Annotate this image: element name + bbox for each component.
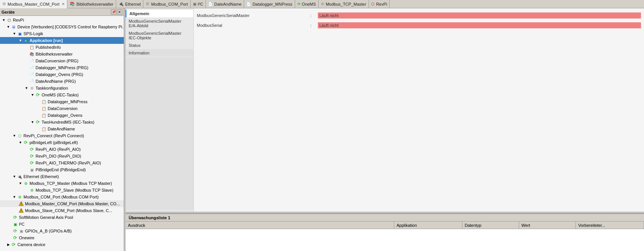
biblio-label: Bibliotheksverwalter bbox=[36, 52, 73, 56]
tab-datalogger-mnpress[interactable]: 📄 Datalogger_MNPress bbox=[244, 0, 295, 8]
menu-information-label: Information bbox=[129, 51, 149, 55]
expand-device[interactable]: ▼ bbox=[6, 25, 11, 29]
tab-dateandname[interactable]: 📄 DateAndName bbox=[206, 0, 244, 8]
tree-item-revpi[interactable]: ▼ ⬡ RevPi bbox=[0, 17, 124, 23]
modbus-slave-com-port-label: Modbus_Slave_COM_Port (Modbus Slave, C..… bbox=[25, 208, 112, 213]
uberwachungsliste-label: Überwachungsliste 1 bbox=[129, 215, 170, 220]
pin-button[interactable]: 📌 bbox=[111, 9, 116, 15]
col-datentyp-label: Datentyp bbox=[465, 223, 481, 228]
tab-gear4-icon: ⚙ bbox=[321, 2, 324, 6]
tree-item-pibridgeleft[interactable]: ▼ ⟳ piBridgeLeft (piBridgeLeft) bbox=[0, 139, 124, 146]
expand-app[interactable]: ▼ bbox=[18, 38, 23, 43]
tab-bibliotheksverwalter[interactable]: 📚 Bibliotheksverwalter bbox=[67, 0, 116, 8]
expand-revpi-connect[interactable]: ▼ bbox=[12, 133, 17, 138]
tree-item-onewire[interactable]: ⟳ Onewire bbox=[0, 234, 124, 241]
tree-item-modbus-tcp-slave[interactable]: ⚙ Modbus_TCP_Slave (Modbus TCP Slave) bbox=[0, 187, 124, 194]
modbus-master-com-port-label: Modbus_Master_COM_Port (Modbus Master, C… bbox=[25, 201, 120, 206]
tree-item-softmotion[interactable]: ⟳ SoftMotion General Axis Pool bbox=[0, 214, 124, 221]
expand-sps[interactable]: ▼ bbox=[12, 31, 17, 36]
col-vorbereiter-label: Vorbereiteter... bbox=[578, 223, 605, 228]
left-menu-empty bbox=[126, 57, 193, 210]
device-icon: 🖥 bbox=[11, 24, 17, 30]
tree-item-modbus-tcp-master[interactable]: ▼ ⚙ Modbus_TCP_Master (Modbus TCP Master… bbox=[0, 180, 124, 187]
tab-onems-label: OneMS bbox=[302, 2, 316, 6]
tree-item-ethernet[interactable]: ▼ 🔌 Ethernet (Ethernet) bbox=[0, 173, 124, 180]
tree-item-device[interactable]: ▼ 🖥 Device [Verbunden] [CODESYS Control … bbox=[0, 23, 124, 30]
tree-item-dateandname-task[interactable]: 📋 DateAndName bbox=[0, 126, 124, 132]
tree-item-pibridgeend[interactable]: ▣ PiBridgeEnd (PiBridgeEnd) bbox=[0, 166, 124, 173]
expand-taskkonfig[interactable]: ▼ bbox=[24, 86, 29, 90]
tab-revpi-label: RevPi bbox=[376, 2, 387, 6]
tab-ethernet[interactable]: 🔌 Ethernet bbox=[116, 0, 144, 8]
tab-modbus-com-port[interactable]: ⚙ Modbus_COM_Port bbox=[143, 0, 190, 8]
close-panel-button[interactable]: ✕ bbox=[117, 9, 122, 15]
expand-onems[interactable]: ▼ bbox=[30, 93, 35, 97]
tree-item-datalogger-mnpress-prg[interactable]: 📄 Datalogger_MNPress (PRG) bbox=[0, 64, 124, 71]
tree-item-revpi-dio[interactable]: ⟳ RevPi_DIO (RevPi_DIO) bbox=[0, 153, 124, 160]
publishedinfo-icon: 📋 bbox=[29, 44, 35, 50]
tree-item-revpi-connect[interactable]: ▼ ⬡ RevPi_Connect (RevPi Connect) bbox=[0, 132, 124, 139]
tree-item-dataconversion-task[interactable]: 📋 DataConversion bbox=[0, 105, 124, 112]
tree-item-sps-logik[interactable]: ▼ ▣ SPS-Logik bbox=[0, 30, 124, 37]
tree-item-taskkonfig[interactable]: ▼ ⚙ Taskkonfiguration bbox=[0, 85, 124, 91]
bottom-panel: Überwachungsliste 1 Ausdruck Applikation… bbox=[126, 213, 644, 251]
tree-item-onems-iec[interactable]: ▼ ⟳ OneMS (IEC-Tasks) bbox=[0, 91, 124, 98]
tree-item-camera[interactable]: ▶ ⟳ Camera device bbox=[0, 241, 124, 248]
menu-information[interactable]: Information bbox=[126, 49, 193, 57]
datalogger-mnpress-prg-label: Datalogger_MNPress (PRG) bbox=[36, 65, 88, 70]
tree-item-publishedinfo[interactable]: 📋 PublishedInfo bbox=[0, 44, 124, 51]
content-main: ModbusGenericSerialMaster : Läuft nicht … bbox=[194, 8, 644, 212]
expand-modbus-tcp-master[interactable]: ▼ bbox=[18, 181, 23, 186]
tab-close-button[interactable]: ✕ bbox=[62, 2, 65, 6]
modbus-tcp-master-label: Modbus_TCP_Master (Modbus TCP Master) bbox=[30, 181, 112, 186]
expand-pibridgeleft[interactable]: ▼ bbox=[18, 140, 23, 145]
tree-item-datalogger-ovens-task[interactable]: 📋 Datalogger_Ovens bbox=[0, 112, 124, 119]
tab-onems[interactable]: ⟳ OneMS bbox=[295, 0, 319, 8]
tree-item-modbus-slave-com-port[interactable]: ! Modbus_Slave_COM_Port (Modbus Slave, C… bbox=[0, 207, 124, 214]
datalogger-ovens-task-label: Datalogger_Ovens bbox=[48, 113, 82, 118]
dateandname-prg-label: DateAndName (PRG) bbox=[36, 79, 76, 84]
menu-allgemein-label: Allgemein bbox=[129, 11, 149, 16]
tab-i2c[interactable]: ▣ I²C bbox=[191, 0, 206, 8]
sps-icon: ▣ bbox=[17, 31, 23, 37]
tree-item-twohundredms[interactable]: ▼ ⟳ TwoHundredMS (IEC-Tasks) bbox=[0, 119, 124, 126]
watch-list-table: Ausdruck Applikation Datentyp Wert Vorbe bbox=[126, 222, 644, 251]
tree-item-revpi-aio[interactable]: ⟳ RevPi_AIO (RevPi_AIO) bbox=[0, 146, 124, 153]
tree-item-datalogger-ovens-prg[interactable]: 📄 Datalogger_Ovens (PRG) bbox=[0, 71, 124, 78]
tab-gear-icon: ⚙ bbox=[2, 2, 6, 6]
tree-item-i2c[interactable]: ▣ I²C bbox=[0, 221, 124, 228]
tree-item-gpios-ab[interactable]: ⟳ ▣ GPIOs_A_B (GPIOs A/B) bbox=[0, 228, 124, 234]
menu-modbus-iec[interactable]: ModbusGenericSerialMaster IEC-Objekte bbox=[126, 29, 193, 42]
tab-modbus-master-com-port[interactable]: ⚙ Modbus_Master_COM_Port ✕ bbox=[0, 0, 67, 8]
tree-item-dateandname-prg[interactable]: 📄 DateAndName (PRG) bbox=[0, 78, 124, 85]
expand-camera[interactable]: ▶ bbox=[6, 242, 11, 247]
expand-modbus-com-port[interactable]: ▼ bbox=[12, 195, 17, 199]
tree-item-modbus-com-port[interactable]: ▼ ⚙ Modbus_COM_Port (Modbus COM Port) bbox=[0, 194, 124, 200]
panel-title: Geräte bbox=[2, 10, 15, 14]
menu-modbus-e-abbild[interactable]: ModbusGenericSerialMaster E/A-Abbild bbox=[126, 17, 193, 29]
prop-colon-2: : bbox=[310, 23, 318, 28]
device-tree[interactable]: ▼ ⬡ RevPi ▼ 🖥 Device [Verbunden] [CODESY… bbox=[0, 16, 124, 251]
menu-status[interactable]: Status bbox=[126, 42, 193, 49]
expand-twohundredms[interactable]: ▼ bbox=[30, 120, 35, 124]
tree-item-datalogger-mnpress-task[interactable]: 📋 Datalogger_MNPress bbox=[0, 98, 124, 105]
tab-doc2-icon: 📄 bbox=[246, 2, 251, 6]
tree-item-application[interactable]: ▼ ● Application [run] bbox=[0, 37, 124, 44]
menu-allgemein[interactable]: Allgemein bbox=[126, 10, 193, 17]
tab-revpi[interactable]: ⬡ RevPi bbox=[369, 0, 390, 8]
watch-list-body[interactable] bbox=[126, 229, 644, 251]
tree-item-modbus-master-com-port[interactable]: ! Modbus_Master_COM_Port (Modbus Master,… bbox=[0, 200, 124, 207]
expand-ethernet[interactable]: ▼ bbox=[12, 174, 17, 179]
prop-value-modbus-serial: Läuft nicht bbox=[318, 22, 641, 28]
expand-revpi[interactable]: ▼ bbox=[2, 18, 6, 22]
tree-item-biblio[interactable]: 📚 Bibliotheksverwalter bbox=[0, 51, 124, 57]
tab-modbus-tcp-master[interactable]: ⚙ Modbus_TCP_Master bbox=[319, 0, 369, 8]
dateandname-icon: 📄 bbox=[29, 78, 35, 84]
gpio-icon: ⟳ bbox=[12, 228, 18, 234]
prop-value-modbus-generic: Läuft nicht bbox=[318, 12, 641, 19]
tree-item-dataconversion-prg[interactable]: 📄 DataConversion (PRG) bbox=[0, 57, 124, 64]
revpi-connect-icon: ⬡ bbox=[17, 133, 23, 139]
tree-item-revpi-aio-thermo[interactable]: ⟳ RevPi_AIO_THERMO (RevPi_AIO) bbox=[0, 160, 124, 166]
i2c-label: I²C bbox=[19, 222, 25, 226]
modbus-com-port-label: Modbus_COM_Port (Modbus COM Port) bbox=[23, 195, 99, 199]
